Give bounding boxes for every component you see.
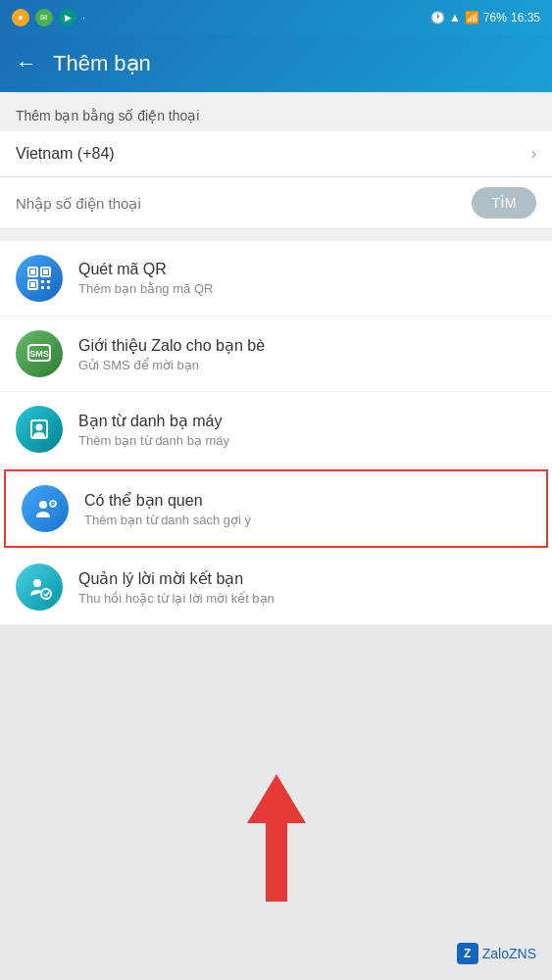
menu-subtitle-qr: Thêm bạn bằng mã QR [78,281,536,296]
sms-icon: SMS [25,340,53,368]
search-button[interactable]: TÌM [472,187,536,219]
watermark: Z ZaloZNS [457,943,536,964]
menu-item-suggest[interactable]: ? Có thể bạn quen Thêm bạn từ danh sách … [4,469,548,548]
page-title: Thêm bạn [53,51,151,76]
status-bar-right: 🕐 ▲ 📶 76% 16:35 [430,11,540,24]
app-bar: ← Thêm bạn [0,35,552,92]
svg-point-16 [33,579,41,587]
manage-icon-bg [16,564,63,611]
svg-rect-7 [47,280,50,283]
svg-text:SMS: SMS [29,349,49,359]
qr-icon-bg [16,255,63,302]
menu-text-suggest: Có thể bạn quen Thêm bạn từ danh sách gợ… [84,491,530,527]
menu-subtitle-suggest: Thêm bạn từ danh sách gợi ý [84,513,530,527]
svg-rect-8 [41,286,44,289]
notification-icon-1: ● [12,9,29,26]
menu-title-contacts: Bạn từ danh bạ máy [78,412,536,430]
status-bar: ● ✉ ▶ · 🕐 ▲ 📶 76% 16:35 [0,0,552,35]
zalo-z-icon: Z [457,943,478,964]
wifi-icon: ▲ [449,11,461,24]
suggest-person-icon: ? [31,495,59,522]
svg-point-12 [36,424,43,431]
menu-title-sms: Giới thiệu Zalo cho bạn bè [78,336,536,355]
menu-text-contacts: Bạn từ danh bạ máy Thêm bạn từ danh bạ m… [78,412,536,448]
menu-title-suggest: Có thể bạn quen [84,491,530,510]
menu-item-contacts[interactable]: Bạn từ danh bạ máy Thêm bạn từ danh bạ m… [0,392,552,467]
time-display: 16:35 [511,11,540,24]
menu-item-manage[interactable]: Quản lý lời mời kết bạn Thu hồi hoặc từ … [0,550,552,625]
svg-rect-3 [43,270,48,274]
menu-item-sms[interactable]: SMS Giới thiệu Zalo cho bạn bè Gửi SMS đ… [0,317,552,392]
phone-contact-icon [25,416,53,443]
country-selector[interactable]: Vietnam (+84) › [0,131,552,177]
sms-icon-bg: SMS [16,330,63,377]
menu-subtitle-contacts: Thêm bạn từ danh bạ máy [78,433,536,448]
chevron-right-icon: › [531,145,536,163]
sim-icon: 📶 [465,11,479,24]
battery-percent: 76% [483,11,507,24]
svg-rect-9 [47,286,50,289]
menu-list: Quét mã QR Thêm bạn bằng mã QR SMS Giới … [0,241,552,625]
notification-icon-2: ✉ [35,9,53,26]
menu-title-qr: Quét mã QR [78,261,536,278]
menu-text-manage: Quản lý lời mời kết bạn Thu hồi hoặc từ … [78,569,536,606]
phone-input[interactable] [16,195,460,212]
alarm-icon: 🕐 [430,11,445,24]
svg-rect-6 [41,280,44,283]
phone-input-row: TÌM [0,177,552,229]
status-bar-left: ● ✉ ▶ · [12,9,85,26]
country-text: Vietnam (+84) [16,145,115,163]
section-label: Thêm bạn bằng số điện thoại [0,92,552,131]
dot-indicator: · [82,12,85,24]
arrow-head [247,774,306,823]
suggest-icon-bg: ? [22,485,69,532]
svg-rect-5 [30,282,35,287]
menu-text-sms: Giới thiệu Zalo cho bạn bè Gửi SMS để mờ… [78,336,536,372]
menu-item-qr[interactable]: Quét mã QR Thêm bạn bằng mã QR [0,241,552,317]
notification-icon-3: ▶ [59,9,76,26]
manage-invite-icon [25,573,53,601]
arrow-annotation [247,774,306,902]
contacts-icon-bg [16,406,63,453]
qr-scan-icon [25,265,53,292]
menu-text-qr: Quét mã QR Thêm bạn bằng mã QR [78,261,536,296]
svg-point-17 [41,589,51,599]
menu-title-manage: Quản lý lời mời kết bạn [78,569,536,588]
svg-rect-1 [30,270,35,274]
menu-subtitle-sms: Gửi SMS để mời bạn [78,358,536,372]
watermark-text: ZaloZNS [482,946,536,961]
svg-point-13 [39,501,47,509]
svg-text:?: ? [51,502,55,509]
back-button[interactable]: ← [16,51,37,76]
arrow-shaft [266,823,287,902]
main-content: Thêm bạn bằng số điện thoại Vietnam (+84… [0,92,552,625]
menu-subtitle-manage: Thu hồi hoặc từ lại lời mời kết bạn [78,591,536,606]
